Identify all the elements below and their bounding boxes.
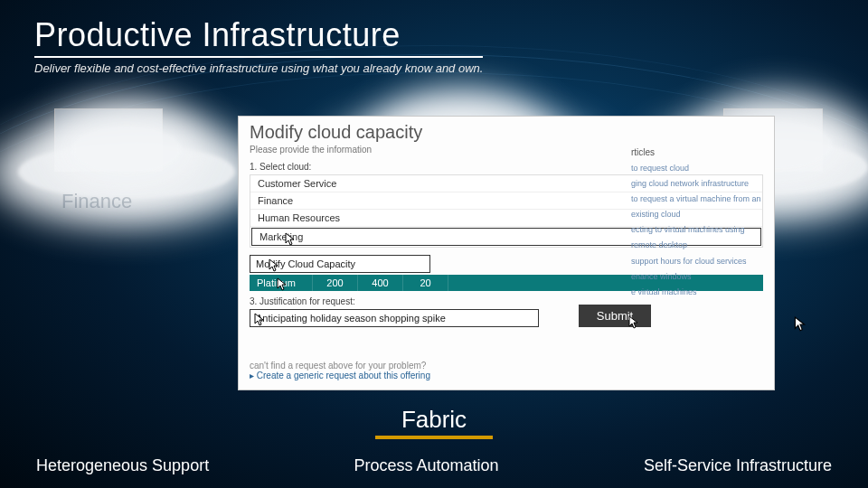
tier-cell: Platinum	[250, 275, 313, 291]
article-link[interactable]: to request cloud	[631, 161, 767, 176]
field-value: Anticipating holiday season shopping spi…	[256, 313, 446, 324]
article-link[interactable]: support hours for cloud services	[631, 254, 767, 269]
cursor-icon	[794, 316, 807, 333]
footer-link[interactable]: ▸ Create a generic request about this of…	[250, 371, 430, 380]
bottom-process: Process Automation	[354, 456, 498, 475]
value-cell: 20	[403, 275, 448, 291]
submit-label: Submit	[597, 309, 633, 323]
cloud-label-finance: Finance	[61, 190, 132, 213]
panel-header: Modify cloud capacity	[239, 117, 774, 145]
cloud-shape	[72, 127, 181, 172]
bottom-selfservice: Self-Service Infrastructure	[644, 456, 832, 475]
title-underline	[34, 56, 483, 58]
justification-field[interactable]: Anticipating holiday season shopping spi…	[250, 309, 539, 327]
footer-question: can't find a request above for your prob…	[250, 361, 430, 371]
list-item-label: Marketing	[259, 231, 303, 242]
page-title: Productive Infrastructure	[34, 16, 483, 54]
fabric-underline	[375, 436, 493, 439]
article-link[interactable]: to request a virtual machine from an exi…	[631, 192, 767, 222]
value-cell: 200	[313, 275, 358, 291]
submit-button[interactable]: Submit	[579, 305, 651, 327]
page-subtitle: Deliver flexible and cost-effective infr…	[34, 61, 483, 75]
article-link[interactable]: ging cloud network infrastructure	[631, 176, 767, 192]
fabric-heading: Fabric	[375, 406, 493, 434]
bottom-hetero: Heterogeneous Support	[36, 456, 209, 475]
article-link[interactable]: enance windows	[631, 269, 767, 285]
modify-capacity-field[interactable]: Modify Cloud Capacity	[250, 255, 430, 273]
value-cell: 400	[358, 275, 403, 291]
modify-cloud-panel: Modify cloud capacity Please provide the…	[238, 116, 775, 390]
field-value: Modify Cloud Capacity	[256, 258, 355, 269]
article-link[interactable]: e virtual machines	[631, 285, 767, 300]
article-link[interactable]: ecting to virtual machines using remote …	[631, 222, 767, 253]
articles-heading: rticles	[631, 144, 767, 161]
